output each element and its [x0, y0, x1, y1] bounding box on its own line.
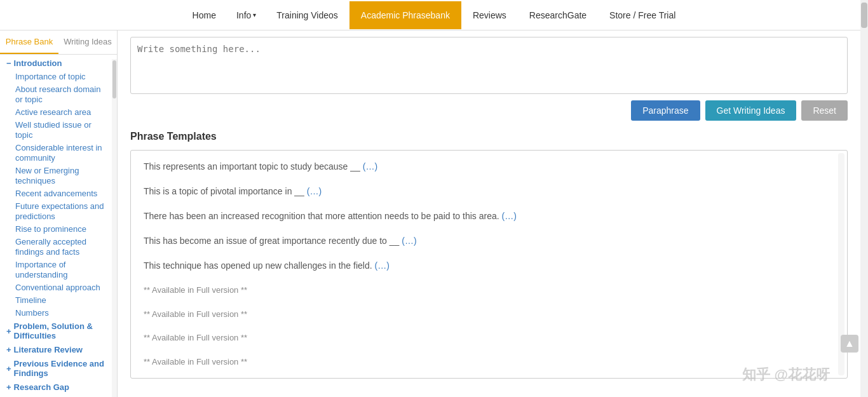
- introduction-children: Importance of topic About research domai…: [0, 70, 112, 319]
- phrase-item-available-1: ** Available in Full version **: [144, 284, 828, 297]
- main-layout: Phrase Bank Writing Ideas − Introduction…: [0, 30, 860, 397]
- nav-info[interactable]: Info ▾: [227, 1, 265, 29]
- nav-reviews[interactable]: Reviews: [461, 1, 518, 29]
- list-item[interactable]: About research domain or topic: [10, 83, 112, 105]
- list-item[interactable]: Conventional approach: [10, 281, 112, 293]
- list-item[interactable]: Rise to prominence: [10, 222, 112, 235]
- tree-section-literature[interactable]: + Literature Review: [0, 342, 112, 356]
- button-row: Paraphrase Get Writing Ideas Reset: [130, 100, 848, 121]
- phrase-item[interactable]: This represents an important topic to st…: [144, 160, 828, 173]
- plus-icon: +: [6, 364, 11, 373]
- nav-home[interactable]: Home: [181, 1, 227, 29]
- list-item[interactable]: Active research area: [10, 105, 112, 118]
- phrase-item-available-4: ** Available in Full version **: [144, 356, 828, 368]
- chevron-down-icon: ▾: [253, 11, 256, 18]
- scroll-up-button[interactable]: ▲: [841, 335, 858, 353]
- tree-section-problem[interactable]: + Problem, Solution & Difficulties: [0, 319, 112, 342]
- sidebar-scroll: [112, 59, 117, 397]
- phrase-box: This represents an important topic to st…: [130, 150, 848, 379]
- reset-button[interactable]: Reset: [801, 100, 848, 121]
- tree-section-introduction[interactable]: − Introduction: [0, 55, 112, 70]
- nav-training-videos[interactable]: Training Videos: [265, 1, 349, 29]
- phrase-item[interactable]: This has become an issue of great import…: [144, 234, 828, 248]
- get-writing-ideas-button[interactable]: Get Writing Ideas: [705, 100, 797, 121]
- page-scrollbar: [860, 0, 868, 397]
- sidebar-content: − Introduction Importance of topic About…: [0, 55, 117, 397]
- list-item[interactable]: Future expectations and predictions: [10, 199, 112, 222]
- tree-section-previous-evidence[interactable]: + Previous Evidence and Findings: [0, 356, 112, 380]
- phrase-item[interactable]: This technique has opened up new challen…: [144, 259, 828, 273]
- nav-researchgate[interactable]: ResearchGate: [518, 1, 598, 29]
- tab-writing-ideas[interactable]: Writing Ideas: [58, 30, 117, 54]
- top-nav: Home Info ▾ Training Videos Academic Phr…: [0, 0, 868, 30]
- phrase-item-available-3: ** Available in Full version **: [144, 332, 828, 344]
- sidebar-tabs: Phrase Bank Writing Ideas: [0, 30, 117, 55]
- tree-section-your-work[interactable]: + Your Work: [0, 394, 112, 397]
- nav-academic-phrasebank[interactable]: Academic Phrasebank: [349, 1, 461, 29]
- phrase-item[interactable]: This is a topic of pivotal importance in…: [144, 185, 828, 198]
- phrase-item[interactable]: There has been an increased recognition …: [144, 210, 828, 223]
- paraphrase-button[interactable]: Paraphrase: [631, 100, 700, 121]
- list-item[interactable]: Considerable interest in community: [10, 141, 112, 164]
- list-item[interactable]: New or Emerging techniques: [10, 164, 112, 187]
- plus-icon: +: [6, 382, 11, 392]
- phrase-item-available-2: ** Available in Full version **: [144, 308, 828, 321]
- list-item[interactable]: Recent advancements: [10, 187, 112, 199]
- plus-icon: +: [6, 326, 11, 336]
- sidebar: Phrase Bank Writing Ideas − Introduction…: [0, 30, 118, 397]
- tree-section-research-gap[interactable]: + Research Gap: [0, 380, 112, 394]
- list-item[interactable]: Generally accepted findings and facts: [10, 235, 112, 258]
- minus-icon: −: [6, 58, 11, 68]
- tab-phrase-bank[interactable]: Phrase Bank: [0, 30, 58, 54]
- list-item[interactable]: Importance of understanding: [10, 258, 112, 281]
- nav-store-free-trial[interactable]: Store / Free Trial: [598, 1, 687, 29]
- list-item[interactable]: Importance of topic: [10, 70, 112, 83]
- write-textarea[interactable]: [130, 37, 848, 94]
- content-area: Paraphrase Get Writing Ideas Reset Phras…: [118, 30, 860, 397]
- plus-icon: +: [6, 345, 11, 354]
- list-item[interactable]: Numbers: [10, 306, 112, 319]
- phrase-templates-title: Phrase Templates: [130, 131, 848, 142]
- chevron-up-icon: ▲: [844, 339, 855, 349]
- list-item[interactable]: Timeline: [10, 293, 112, 306]
- list-item[interactable]: Well studied issue or topic: [10, 118, 112, 141]
